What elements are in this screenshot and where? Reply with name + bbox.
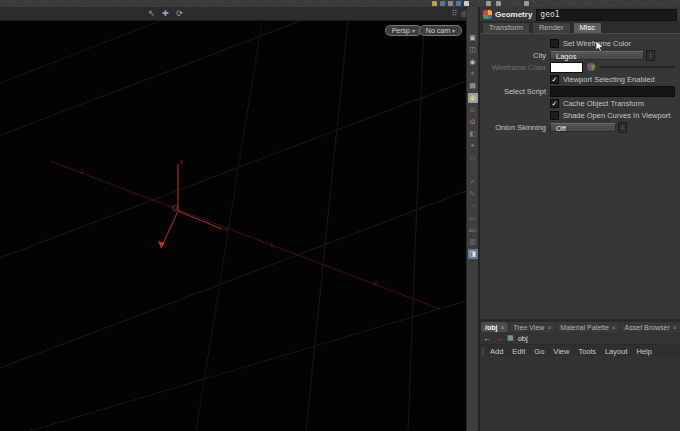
lock-camera-icon[interactable]: ◉	[468, 57, 478, 67]
shelf-icon-5[interactable]	[464, 1, 469, 6]
axis-tick-2: 2	[374, 280, 378, 286]
edit-normals-icon[interactable]: ✎	[468, 189, 478, 199]
backfaces-icon[interactable]: ▭	[468, 213, 478, 223]
flipbook-icon[interactable]: ◫	[468, 45, 478, 55]
viewport-layout-icon[interactable]: ◨	[468, 249, 478, 259]
wireframe-mode-icon[interactable]: ◇	[468, 153, 478, 163]
menu-layout[interactable]: Layout	[605, 347, 628, 356]
param-viewport-selecting: ✓ Viewport Selecting Enabled	[480, 74, 677, 84]
shelf-icon-7[interactable]	[496, 1, 501, 6]
menu-help[interactable]: Help	[636, 347, 651, 356]
select-script-label: Select Script	[480, 87, 550, 96]
shelf-icon-8[interactable]	[524, 1, 529, 6]
tab-render[interactable]: Render	[532, 22, 571, 33]
axis-tick-neg1: -1	[78, 168, 84, 174]
visibility-icon[interactable]: ✶	[468, 69, 478, 79]
parameter-rows: Set Wireframe Color City Lagos ↕ Wirefra…	[480, 34, 680, 132]
move-tool-icon[interactable]: ✚	[160, 8, 171, 19]
menu-view[interactable]: View	[553, 347, 569, 356]
param-select-script: Select Script	[480, 86, 677, 96]
forward-icon[interactable]: →	[495, 334, 503, 343]
node-header: Geometry geo1	[480, 7, 680, 21]
param-wireframe-color: Wireframe Color	[480, 62, 677, 72]
viewport-toolbar: ↖ ✚ ⟳ ⠿ ◎	[0, 7, 466, 21]
right-panel: Geometry geo1 Transform Render Misc Set …	[478, 7, 680, 431]
tab-misc[interactable]: Misc	[573, 22, 602, 33]
display-toggle-icon[interactable]: ✓	[468, 177, 478, 187]
back-icon[interactable]: ←	[483, 334, 491, 343]
node-type-label: Geometry	[495, 10, 532, 19]
set-wireframe-color-checkbox[interactable]	[550, 39, 559, 48]
shelf-icon-1[interactable]	[432, 1, 437, 6]
transform-handle[interactable]: -1 1 2 y x	[0, 21, 466, 431]
close-icon[interactable]: ×	[612, 324, 616, 331]
points-display-icon[interactable]: ·	[468, 165, 478, 175]
shade-open-curves-checkbox[interactable]	[550, 111, 559, 120]
select-tool-icon[interactable]: ↖	[146, 8, 157, 19]
axis-tick-1: 1	[270, 242, 274, 248]
mouse-cursor	[596, 41, 604, 52]
pane-tab-bar: /obj× Tree View× Material Palette× Asset…	[480, 321, 680, 332]
snapshot-icon[interactable]: ▣	[468, 33, 478, 43]
caret-down-icon: ▾	[412, 28, 415, 34]
param-city: City Lagos ↕	[480, 50, 677, 60]
top-shelf-strip	[0, 0, 680, 7]
wireframe-color-swatch[interactable]	[550, 62, 583, 73]
shelf-icon-3[interactable]	[448, 1, 453, 6]
scene-viewport[interactable]: ↖ ✚ ⟳ ⠿ ◎ Lagos -1	[0, 7, 466, 431]
param-set-wireframe-color: Set Wireframe Color	[480, 38, 677, 48]
param-cache-object-transform: ✓ Cache Object Transform	[480, 98, 677, 108]
wireframe-color-label: Wireframe Color	[480, 63, 550, 72]
layers-icon[interactable]: ▤	[468, 81, 478, 91]
cache-object-transform-checkbox[interactable]: ✓	[550, 99, 559, 108]
menu-edit[interactable]: Edit	[512, 347, 525, 356]
tab-tree-view[interactable]: Tree View×	[509, 322, 555, 332]
select-script-field[interactable]	[550, 86, 675, 97]
network-editor-canvas[interactable]	[480, 356, 680, 431]
param-shade-open-curves: Shade Open Curves In Viewport	[480, 110, 677, 120]
tab-asset-browser[interactable]: Asset Browser×	[621, 322, 680, 332]
city-menu-spinner[interactable]: ↕	[646, 50, 655, 61]
menu-tools[interactable]: Tools	[578, 347, 596, 356]
geometry-node-icon	[483, 10, 492, 19]
color-slider-track[interactable]	[600, 66, 675, 68]
shade-open-curves-label: Shade Open Curves In Viewport	[563, 111, 670, 120]
network-path[interactable]: obj	[518, 334, 528, 343]
normal-lighting-icon[interactable]: ⊙	[468, 105, 478, 115]
tab-material-palette[interactable]: Material Palette×	[556, 322, 619, 332]
camera-binding-button[interactable]: No cam▾	[419, 25, 462, 36]
onion-skinning-dropdown[interactable]: Off	[550, 123, 616, 132]
camera-persp-button[interactable]: Persp▾	[385, 25, 422, 36]
tab-obj[interactable]: /obj×	[481, 322, 508, 332]
close-icon[interactable]: ×	[547, 324, 551, 331]
shading-mode-icon[interactable]: ✦	[468, 141, 478, 151]
menu-add[interactable]: Add	[490, 347, 503, 356]
network-path-bar: ← → ▦ obj	[480, 332, 680, 345]
tab-transform[interactable]: Transform	[482, 22, 530, 33]
close-icon[interactable]: ×	[673, 324, 677, 331]
onion-skinning-menu-spinner[interactable]: ↕	[618, 122, 627, 133]
viewport-selecting-checkbox[interactable]: ✓	[550, 75, 559, 84]
parameter-pane: Geometry geo1 Transform Render Misc Set …	[480, 7, 680, 321]
close-icon[interactable]: ×	[500, 324, 504, 331]
handles-tool-icon[interactable]: ⟳	[174, 8, 185, 19]
menu-drag-handle[interactable]	[482, 347, 484, 355]
onion-skinning-label: Onion Skinning	[480, 123, 550, 132]
viewport-canvas[interactable]: Lagos -1 1 2 y x Persp▾ No cam▾	[0, 21, 466, 431]
color-wheel-icon[interactable]	[587, 63, 595, 71]
parameter-tabs: Transform Render Misc	[480, 21, 680, 34]
high-quality-lighting-icon[interactable]: ⊙	[468, 117, 478, 127]
text-overlay-icon[interactable]: abc	[468, 225, 478, 235]
characters-icon[interactable]: ◧	[468, 129, 478, 139]
cache-object-transform-label: Cache Object Transform	[563, 99, 644, 108]
shelf-icon-2[interactable]	[440, 1, 445, 6]
node-name-field[interactable]: geo1	[536, 9, 677, 21]
menu-go[interactable]: Go	[534, 347, 544, 356]
shelf-icon-4[interactable]	[456, 1, 461, 6]
monitor-icon[interactable]: ▥	[468, 237, 478, 247]
city-label: City	[480, 51, 550, 60]
caret-down-icon: ▾	[452, 28, 455, 34]
shelf-icon-6[interactable]	[486, 1, 491, 6]
curves-display-icon[interactable]: ~	[468, 201, 478, 211]
headlight-icon[interactable]: ◉	[468, 93, 478, 103]
